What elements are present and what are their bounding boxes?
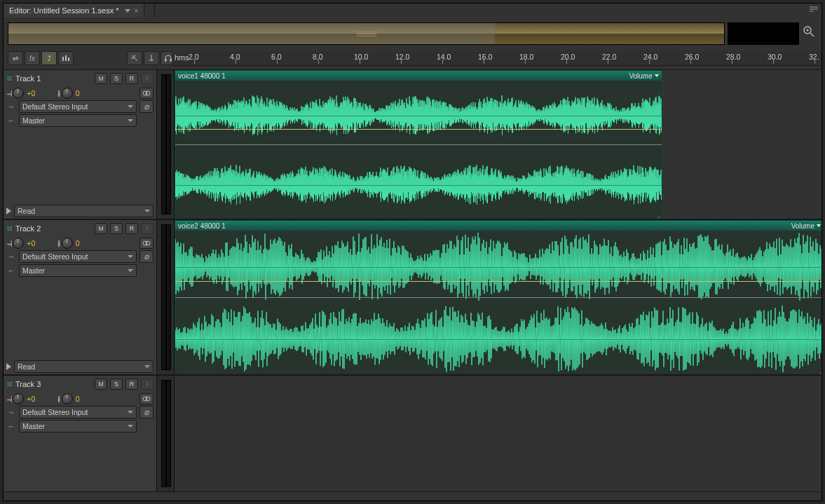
ruler-tick: 18.0 <box>525 51 539 60</box>
volume-value[interactable]: +0 <box>27 239 43 247</box>
volume-knob[interactable] <box>13 88 24 99</box>
solo-button[interactable]: S <box>110 379 123 390</box>
volume-knob[interactable] <box>13 393 24 404</box>
output-arrow-icon: ← <box>6 421 16 431</box>
volume-knob[interactable] <box>13 238 24 249</box>
track-meter <box>157 376 175 491</box>
track-header: ⁙Track 3MSRI₊₊₊|+0|₊|0→Default Stereo In… <box>4 376 157 491</box>
automation-mode-dropdown[interactable]: Read <box>14 205 154 217</box>
pan-knob[interactable] <box>62 238 73 249</box>
toolbar-row: ⇄ fx ⤴ hms 2.04.06.08.010.012.014.016.01… <box>4 51 821 65</box>
track-clip-area[interactable]: voice2 48000 1Volume <box>175 220 821 374</box>
clip-resize-handle[interactable] <box>815 365 821 372</box>
automation-lane-toggle[interactable] <box>6 207 11 214</box>
track-meter <box>157 70 175 219</box>
tool-snapping[interactable] <box>127 51 142 65</box>
record-arm-button[interactable]: R <box>125 73 138 84</box>
input-arrow-icon: → <box>6 102 16 111</box>
output-dropdown[interactable]: Master <box>19 420 137 433</box>
timeline-ruler[interactable]: hms 2.04.06.08.010.012.014.016.018.020.0… <box>172 51 821 66</box>
record-arm-button[interactable]: R <box>125 379 138 390</box>
svg-point-7 <box>146 91 150 95</box>
pan-value[interactable]: 0 <box>76 89 93 97</box>
pan-value[interactable]: 0 <box>76 395 93 403</box>
input-options-button[interactable]: ⌀ <box>139 100 154 113</box>
input-arrow-icon: → <box>6 252 16 261</box>
audio-clip[interactable]: voice2 48000 1Volume <box>175 220 821 374</box>
ruler-tick: 8.0 <box>318 51 329 60</box>
audio-clip[interactable]: voice1 48000 1Volume <box>175 70 662 219</box>
tool-playhead[interactable] <box>144 51 159 65</box>
track-panel-toolbar: ⇄ fx ⤴ <box>4 51 176 65</box>
volume-meter-icon: ₊₊₊| <box>6 90 10 97</box>
monitor-input-button[interactable]: I <box>141 223 154 234</box>
clip-resize-handle[interactable] <box>653 210 660 217</box>
new-tab-button[interactable] <box>144 4 155 18</box>
record-arm-button[interactable]: R <box>125 223 138 234</box>
automation-lane-toggle[interactable] <box>6 363 11 370</box>
ruler-tick: 24.0 <box>649 51 663 60</box>
volume-value[interactable]: +0 <box>27 89 43 97</box>
track-row: ⁙Track 2MSRI₊₊₊|+0|₊|0→Default Stereo In… <box>4 219 821 375</box>
track-header: ⁙Track 1MSRI₊₊₊|+0|₊|0→Default Stereo In… <box>4 70 157 219</box>
output-dropdown[interactable]: Master <box>19 114 137 127</box>
ruler-tick: 6.0 <box>277 51 287 60</box>
clip-header[interactable]: voice2 48000 1Volume <box>175 221 821 231</box>
pan-meter-icon: |₊| <box>57 395 58 402</box>
svg-rect-3 <box>68 57 69 61</box>
tracks-area: ⁙Track 1MSRI₊₊₊|+0|₊|0→Default Stereo In… <box>4 69 821 500</box>
input-options-button[interactable]: ⌀ <box>139 406 154 418</box>
overview-scrollbar[interactable] <box>8 22 725 45</box>
ruler-tick: 28.0 <box>732 51 746 60</box>
clip-label: voice2 48000 1 <box>178 222 226 230</box>
ruler-tick: 30.0 <box>773 51 787 60</box>
track-type-icon: ⁙ <box>6 74 13 83</box>
volume-meter-icon: ₊₊₊| <box>6 395 10 402</box>
pan-knob[interactable] <box>62 393 73 404</box>
close-icon[interactable]: × <box>135 7 139 15</box>
mute-button[interactable]: M <box>95 73 107 84</box>
clip-param-menu[interactable]: Volume <box>791 222 821 230</box>
track-row: ⁙Track 3MSRI₊₊₊|+0|₊|0→Default Stereo In… <box>4 375 821 492</box>
monitor-input-button[interactable]: I <box>141 73 154 84</box>
tab-dropdown-icon[interactable] <box>125 9 130 13</box>
pan-knob[interactable] <box>62 88 73 99</box>
input-dropdown[interactable]: Default Stereo Input <box>19 250 137 263</box>
track-name[interactable]: Track 3 <box>15 380 92 388</box>
svg-rect-2 <box>65 55 67 61</box>
mute-button[interactable]: M <box>95 379 107 390</box>
track-clip-area[interactable] <box>175 376 821 491</box>
ruler-tick: 26.0 <box>690 51 704 60</box>
clip-param-menu[interactable]: Volume <box>629 72 658 80</box>
solo-button[interactable]: S <box>110 223 123 234</box>
tool-eq[interactable] <box>58 51 74 65</box>
stereo-monitor-icon[interactable] <box>139 238 154 249</box>
tool-sends[interactable]: ⤴ <box>41 51 57 65</box>
input-options-button[interactable]: ⌀ <box>139 250 154 263</box>
editor-tab[interactable]: Editor: Untitled Session 1.sesx * × <box>4 4 144 18</box>
editor-tab-label: Editor: Untitled Session 1.sesx * <box>9 6 119 15</box>
tool-fx[interactable]: fx <box>25 51 40 65</box>
input-dropdown[interactable]: Default Stereo Input <box>19 100 137 113</box>
stereo-monitor-icon[interactable] <box>139 393 154 404</box>
track-name[interactable]: Track 1 <box>15 74 92 83</box>
pan-value[interactable]: 0 <box>76 239 93 247</box>
output-dropdown[interactable]: Master <box>19 264 137 277</box>
volume-value[interactable]: +0 <box>27 395 43 403</box>
overview-strip <box>8 20 817 46</box>
stereo-monitor-icon[interactable] <box>139 88 154 99</box>
zoom-tool-icon[interactable] <box>802 25 817 40</box>
output-arrow-icon: ← <box>6 116 16 125</box>
solo-button[interactable]: S <box>110 73 123 84</box>
ruler-unit-label: hms <box>175 53 189 62</box>
monitor-input-button[interactable]: I <box>141 379 154 390</box>
automation-mode-dropdown[interactable]: Read <box>14 360 154 373</box>
track-name[interactable]: Track 2 <box>15 224 92 233</box>
input-dropdown[interactable]: Default Stereo Input <box>19 406 137 418</box>
ruler-tick: 22.0 <box>608 51 622 60</box>
tool-hud-toggle[interactable]: ⇄ <box>8 51 23 65</box>
clip-header[interactable]: voice1 48000 1Volume <box>175 71 662 81</box>
track-clip-area[interactable]: voice1 48000 1Volume <box>175 70 821 219</box>
mute-button[interactable]: M <box>95 223 107 234</box>
panel-menu-icon[interactable] <box>809 6 819 14</box>
